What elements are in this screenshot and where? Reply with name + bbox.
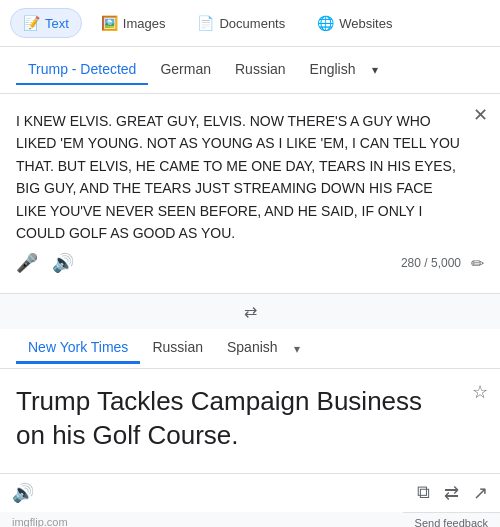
documents-icon: 📄: [197, 15, 214, 31]
mic-button[interactable]: 🎤: [16, 252, 38, 274]
tab-documents-label: Documents: [219, 16, 285, 31]
tab-images[interactable]: 🖼️ Images: [88, 8, 179, 38]
output-lang-dropdown[interactable]: ▾: [294, 342, 300, 356]
tab-text[interactable]: 📝 Text: [10, 8, 82, 38]
output-content: ☆ Trump Tackles Campaign Business on his…: [0, 369, 500, 473]
input-lang-trump[interactable]: Trump - Detected: [16, 55, 148, 85]
output-lang-russian[interactable]: Russian: [140, 333, 215, 364]
tab-text-label: Text: [45, 16, 69, 31]
input-text: I KNEW ELVIS. GREAT GUY, ELVIS. NOW THER…: [16, 110, 484, 244]
output-lang-spanish[interactable]: Spanish: [215, 333, 290, 364]
tab-websites[interactable]: 🌐 Websites: [304, 8, 405, 38]
input-lang-german[interactable]: German: [148, 55, 223, 85]
output-footer-right: ⧉ ⇄ ↗: [417, 482, 488, 504]
edit-button[interactable]: ✏: [471, 254, 484, 273]
speaker-button[interactable]: 🔊: [52, 252, 74, 274]
swap-icon[interactable]: ⇄: [244, 302, 257, 321]
output-text: Trump Tackles Campaign Business on his G…: [16, 385, 484, 473]
bottom-footer: imgflip.com Send feedback: [0, 512, 500, 527]
share-button[interactable]: ↗: [473, 482, 488, 504]
input-lang-russian[interactable]: Russian: [223, 55, 298, 85]
input-footer-left: 🎤 🔊: [16, 252, 74, 274]
feedback-link[interactable]: Send feedback: [415, 517, 488, 527]
output-footer-left: 🔊: [12, 482, 34, 504]
text-icon: 📝: [23, 15, 40, 31]
bottom-bar: Send feedback: [403, 512, 500, 527]
input-footer: 🎤 🔊 280 / 5,000 ✏: [16, 244, 484, 278]
images-icon: 🖼️: [101, 15, 118, 31]
top-nav: 📝 Text 🖼️ Images 📄 Documents 🌐 Websites: [0, 0, 500, 47]
translate-swap-button[interactable]: ⇄: [444, 482, 459, 504]
input-lang-row: Trump - Detected German Russian English …: [0, 47, 500, 94]
star-button[interactable]: ☆: [472, 381, 488, 403]
output-lang-row: New York Times Russian Spanish ▾: [0, 329, 500, 369]
output-footer: 🔊 ⧉ ⇄ ↗: [0, 473, 500, 512]
input-lang-english[interactable]: English: [298, 55, 368, 85]
input-section: ✕ I KNEW ELVIS. GREAT GUY, ELVIS. NOW TH…: [0, 94, 500, 294]
char-count: 280 / 5,000: [401, 256, 461, 270]
tab-documents[interactable]: 📄 Documents: [184, 8, 298, 38]
tab-images-label: Images: [123, 16, 166, 31]
output-speaker-button[interactable]: 🔊: [12, 482, 34, 504]
tab-websites-label: Websites: [339, 16, 392, 31]
watermark: imgflip.com: [0, 514, 80, 527]
swap-row: ⇄: [0, 294, 500, 329]
output-lang-nyt[interactable]: New York Times: [16, 333, 140, 364]
websites-icon: 🌐: [317, 15, 334, 31]
input-lang-dropdown[interactable]: ▾: [372, 63, 378, 77]
copy-button[interactable]: ⧉: [417, 482, 430, 503]
close-button[interactable]: ✕: [473, 106, 488, 124]
